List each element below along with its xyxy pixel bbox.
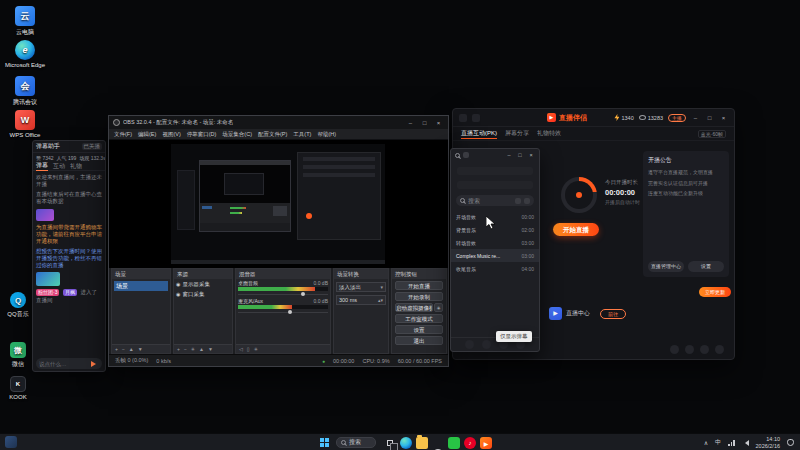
go-button[interactable]: 前往 — [600, 309, 626, 319]
source-item[interactable]: ◉ 显示器采集 — [174, 279, 232, 289]
speaker-icon[interactable] — [482, 340, 491, 349]
favorite-icon[interactable] — [524, 198, 530, 204]
obs-titlebar[interactable]: OBS 32.0.4 - 配置文件: 未命名 - 场景: 未命名 – □ × — [109, 116, 448, 129]
task-view-button[interactable] — [384, 437, 396, 449]
live-manage-center-button[interactable]: 直播管理中心 — [648, 261, 684, 272]
menu-profile[interactable]: 配置文件(P) — [258, 131, 287, 138]
companion-titlebar[interactable]: ▶ 直播伴侣 1340 13283 主播 – □ × — [453, 109, 734, 127]
tab-screen-share[interactable]: 屏幕分享 — [505, 129, 529, 138]
tab-interaction[interactable]: 互动 — [53, 162, 65, 171]
settings-button[interactable]: 设置 — [395, 325, 443, 334]
obs-preview-area[interactable] — [109, 140, 448, 268]
source-down-button[interactable]: ▼ — [208, 346, 213, 352]
filter-icon[interactable] — [463, 152, 469, 158]
menu-tools[interactable]: 工具(T) — [293, 131, 311, 138]
tab-pk-interaction[interactable]: 直播互动(PK) — [461, 129, 497, 139]
menu-file[interactable]: 文件(F) — [114, 131, 132, 138]
playlist-titlebar[interactable]: – □ × — [451, 149, 539, 161]
menu-docks[interactable]: 停靠窗口(D) — [187, 131, 217, 138]
source-item[interactable]: ◉ 窗口采集 — [174, 289, 232, 299]
camera-toggle-icon[interactable] — [685, 345, 694, 354]
source-up-button[interactable]: ▲ — [199, 346, 204, 352]
start-streaming-button[interactable]: 开始直播 — [395, 281, 443, 290]
stepper-icons[interactable]: ▴▾ — [378, 297, 383, 303]
screen-toggle-icon[interactable] — [700, 345, 709, 354]
start-live-button[interactable]: 开始直播 — [553, 223, 599, 236]
send-icon[interactable] — [91, 361, 99, 367]
menu-edit[interactable]: 编辑(E) — [138, 131, 156, 138]
exit-button[interactable]: 退出 — [395, 336, 443, 345]
taskbar-companion-icon[interactable]: ▶ — [480, 437, 492, 449]
volume-slider[interactable] — [238, 310, 328, 315]
tab-gifts[interactable]: 礼物 — [70, 162, 82, 171]
playlist-search-box[interactable] — [456, 195, 534, 206]
visibility-eye-icon[interactable]: ◉ — [176, 281, 180, 287]
playlist-item[interactable]: 转场音效 03:00 — [451, 236, 539, 249]
tab-danmaku[interactable]: 弹幕 — [36, 161, 48, 171]
playlist-search-input[interactable] — [468, 198, 512, 204]
remove-scene-button[interactable]: − — [122, 346, 125, 352]
close-icon[interactable]: × — [433, 120, 444, 126]
minimize-icon[interactable]: – — [691, 115, 700, 121]
playlist-item[interactable]: 收尾音乐 04:00 — [451, 262, 539, 275]
taskbar-corner-widget[interactable] — [5, 436, 17, 448]
scene-down-button[interactable]: ▼ — [138, 346, 143, 352]
notification-bell-icon[interactable] — [787, 439, 794, 446]
taskbar-wechat-icon[interactable] — [448, 437, 460, 449]
menu-scene-collection[interactable]: 场景集合(C) — [222, 131, 252, 138]
desktop-icon-wps[interactable]: W WPS Office — [2, 110, 48, 138]
mic-icon[interactable] — [465, 340, 474, 349]
transition-select[interactable]: 淡入淡出 ▾ — [336, 282, 386, 292]
start-recording-button[interactable]: 开始录制 — [395, 292, 443, 301]
minimize-icon[interactable]: – — [405, 120, 416, 126]
desktop-icon-kook[interactable]: K KOOK — [0, 376, 36, 400]
taskbar-music-icon[interactable]: ♪ — [464, 437, 476, 449]
taskbar-search[interactable]: 搜索 — [336, 437, 376, 448]
start-virtual-camera-button[interactable]: 启动虚拟摄像机 — [395, 303, 433, 312]
visibility-eye-icon[interactable]: ◉ — [176, 291, 180, 297]
virtual-camera-gear-icon[interactable]: ✳ — [434, 303, 443, 312]
desktop-icon-wechat[interactable]: 微 微信 — [0, 342, 36, 369]
close-icon[interactable]: × — [527, 152, 535, 158]
volume-slider[interactable] — [238, 292, 328, 297]
scene-item-selected[interactable]: 场景 — [114, 281, 168, 291]
maximize-icon[interactable]: □ — [419, 120, 430, 126]
close-icon[interactable]: × — [719, 115, 728, 121]
maximize-icon[interactable]: □ — [516, 152, 524, 158]
start-button[interactable] — [320, 438, 329, 447]
network-signal-icon[interactable] — [728, 440, 735, 446]
menu-view[interactable]: 视图(V) — [162, 131, 180, 138]
grid-menu-icon[interactable] — [459, 114, 467, 122]
taskbar-clock[interactable]: 14:10 2026/2/16 — [756, 436, 780, 450]
studio-mode-button[interactable]: 工作室模式 — [395, 314, 443, 323]
minimize-icon[interactable]: – — [505, 152, 513, 158]
menu-help[interactable]: 帮助(H) — [317, 131, 336, 138]
remove-source-button[interactable]: − — [184, 346, 187, 352]
live-center-app-icon[interactable]: ▶ — [549, 307, 562, 320]
user-icon[interactable] — [515, 198, 521, 204]
add-scene-button[interactable]: + — [115, 346, 118, 352]
tray-expand-chevron[interactable]: ∧ — [704, 439, 708, 446]
maximize-icon[interactable]: □ — [705, 115, 714, 121]
input-language-indicator[interactable]: 中 — [715, 438, 721, 447]
speaker-icon[interactable]: ◁ — [239, 346, 243, 352]
more-settings-icon[interactable] — [715, 345, 724, 354]
mixer-settings-icon[interactable]: ✳ — [254, 346, 258, 352]
transition-duration-spinner[interactable]: 300 ms ▴▾ — [336, 295, 386, 305]
volume-icon[interactable] — [742, 440, 749, 446]
scene-up-button[interactable]: ▲ — [129, 346, 134, 352]
chat-message-list[interactable]: 欢迎来到直播间，主播还未开播 直播结束后可在直播中心查看本场数据 为直播间带货需… — [33, 172, 105, 355]
taskbar-explorer-icon[interactable] — [416, 437, 428, 449]
desktop-icon-edge[interactable]: e Microsoft Edge — [2, 40, 48, 68]
desktop-icon-qqmusic[interactable]: Q QQ音乐 — [0, 292, 36, 319]
playlist-item-selected[interactable]: Complex Music re... 03:00 — [451, 249, 539, 262]
companion-settings-button[interactable]: 设置 — [688, 261, 724, 272]
desktop-icon-cloud-pc[interactable]: 云 云电脑 — [2, 6, 48, 37]
mic-icon[interactable]: ▯ — [247, 346, 250, 352]
update-now-button[interactable]: 立即更新 — [699, 287, 731, 297]
add-source-button[interactable]: + — [177, 346, 180, 352]
history-icon[interactable] — [472, 114, 480, 122]
taskbar-edge-icon[interactable] — [400, 437, 412, 449]
chat-input[interactable] — [39, 361, 89, 367]
source-properties-button[interactable]: ✳ — [191, 346, 195, 352]
